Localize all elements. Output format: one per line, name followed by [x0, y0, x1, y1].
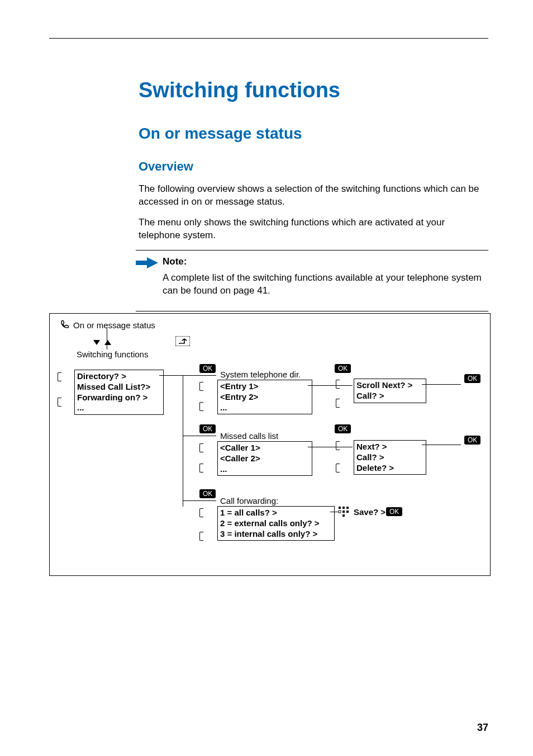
bracket-icon — [336, 464, 340, 472]
svg-rect-8 — [342, 511, 345, 513]
note-block: Note: A complete list of the switching f… — [136, 250, 488, 311]
menu-item: ... — [220, 403, 310, 413]
bracket-icon — [336, 380, 340, 389]
note-arrow-icon — [136, 257, 158, 271]
menu-box: <Caller 1> <Caller 2> ... — [217, 441, 312, 476]
ok-badge: OK — [199, 364, 216, 373]
top-rule — [49, 38, 488, 39]
svg-rect-6 — [346, 507, 349, 509]
note-text: A complete list of the switching functio… — [136, 272, 488, 297]
bracket-icon — [199, 382, 203, 391]
ok-badge: OK — [199, 489, 216, 498]
menu-box: Next? > Call? > Delete? > — [354, 440, 426, 475]
bracket-icon — [58, 372, 61, 381]
svg-rect-7 — [339, 511, 341, 513]
svg-rect-1 — [139, 261, 147, 265]
menu-item: 1 = all calls? > — [220, 508, 332, 518]
back-icon — [175, 336, 190, 348]
bracket-icon — [199, 402, 203, 411]
handset-icon — [60, 319, 70, 331]
menu-item: ... — [220, 464, 310, 475]
branch-title: Call forwarding: — [220, 496, 278, 505]
save-label: Save? > — [354, 507, 386, 517]
subsection-title: Overview — [139, 159, 488, 174]
root-sub: Switching functions — [77, 349, 148, 359]
menu-item: ... — [77, 403, 161, 413]
menu-item: <Entry 2> — [220, 392, 310, 403]
svg-rect-5 — [342, 507, 345, 509]
bracket-icon — [199, 443, 203, 452]
menu-item: Next? > — [356, 442, 423, 452]
root-title: On or message status — [73, 320, 155, 330]
menu-item: 2 = external calls only? > — [220, 518, 332, 529]
menu-box: Directory? > Missed Call List?> Forwardi… — [74, 370, 164, 415]
bracket-icon — [336, 441, 340, 450]
menu-item: Call? > — [356, 452, 423, 463]
section-title: On or message status — [139, 125, 488, 143]
menu-item: Forwarding on? > — [77, 393, 161, 403]
menu-item: Directory? > — [77, 371, 161, 382]
ok-badge: OK — [335, 364, 351, 373]
ok-badge: OK — [199, 424, 216, 433]
menu-item: Missed Call List?> — [77, 382, 161, 393]
ok-badge: OK — [464, 436, 480, 445]
ok-badge: OK — [464, 374, 480, 383]
paragraph: The following overview shows a selection… — [139, 183, 488, 209]
svg-marker-2 — [147, 257, 158, 268]
menu-box: 1 = all calls? > 2 = external calls only… — [217, 506, 335, 541]
menu-item: Call? > — [356, 391, 423, 401]
flow-diagram: On or message status Switching functions… — [49, 313, 491, 576]
bracket-icon — [199, 508, 203, 517]
svg-rect-0 — [136, 261, 139, 265]
nav-arrows — [93, 337, 111, 347]
menu-item: Scroll Next? > — [356, 380, 423, 391]
bracket-icon — [199, 464, 203, 472]
bracket-icon — [58, 398, 61, 407]
menu-item: <Caller 2> — [220, 453, 310, 464]
bracket-icon — [199, 532, 203, 541]
branch-title: Missed calls list — [220, 431, 278, 441]
ok-badge: OK — [386, 507, 402, 516]
svg-rect-10 — [342, 514, 345, 517]
menu-box: <Entry 1> <Entry 2> ... — [217, 380, 312, 414]
bracket-icon — [336, 399, 340, 408]
menu-item: Delete? > — [356, 463, 423, 474]
svg-rect-4 — [339, 507, 341, 509]
menu-box: Scroll Next? > Call? > — [354, 379, 426, 403]
branch-title: System telephone dir. — [220, 370, 301, 379]
menu-item: 3 = internal calls only? > — [220, 529, 332, 540]
svg-rect-9 — [346, 511, 349, 513]
keypad-icon — [338, 506, 349, 519]
ok-badge: OK — [335, 424, 351, 433]
menu-item: <Entry 1> — [220, 381, 310, 392]
paragraph: The menu only shows the switching functi… — [139, 216, 488, 242]
note-heading: Note: — [163, 256, 488, 267]
page-number: 37 — [477, 722, 488, 734]
page-title: Switching functions — [139, 78, 488, 102]
menu-item: <Caller 1> — [220, 443, 310, 453]
svg-rect-3 — [175, 336, 190, 346]
